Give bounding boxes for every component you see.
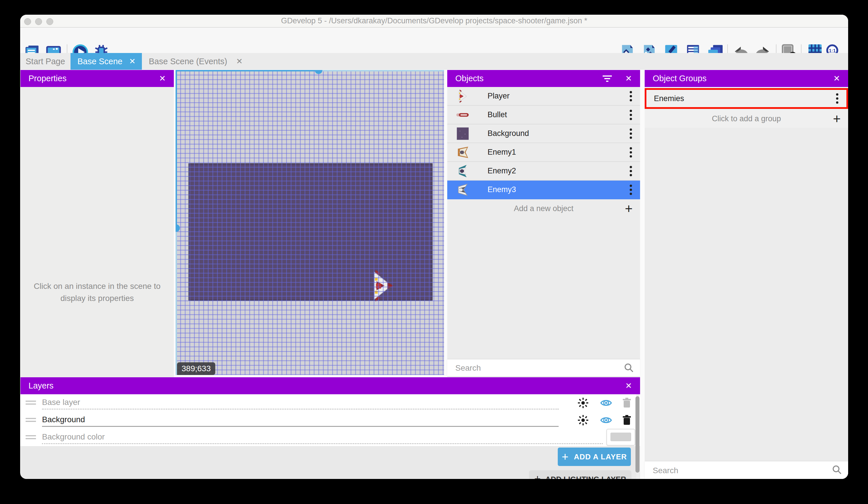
tab-base-scene[interactable]: Base Scene ✕ [71, 53, 142, 70]
object-row-background[interactable]: Background [447, 124, 640, 143]
objects-list: Player Bullet Background [447, 87, 640, 218]
layer-row-background-color[interactable]: Background color [20, 429, 640, 446]
object-groups-search-input[interactable] [645, 461, 816, 479]
vertical-scroll-thumb[interactable] [176, 224, 180, 232]
object-menu-icon[interactable] [630, 147, 632, 158]
objects-search-input[interactable] [447, 360, 610, 377]
tab-base-scene-events[interactable]: Base Scene (Events) ✕ [142, 53, 251, 70]
gdevelop-window: GDevelop 5 - /Users/dkarakay/Documents/G… [20, 15, 848, 479]
close-icon[interactable]: ✕ [626, 381, 632, 391]
add-lighting-layer-button[interactable]: + ADD LIGHTING LAYER [529, 470, 631, 479]
add-new-object-button[interactable]: Add a new object + [447, 199, 640, 218]
tab-base-scene-label: Base Scene [78, 57, 122, 66]
main-toolbar: 1:1 [20, 28, 848, 53]
layer-effects-icon[interactable] [577, 397, 589, 409]
properties-empty-message: Click on an instance in the scene to dis… [26, 280, 168, 304]
tab-close-icon[interactable]: ✕ [129, 57, 136, 66]
close-icon[interactable]: ✕ [159, 74, 166, 83]
background-color-swatch[interactable] [606, 429, 635, 445]
drag-handle-icon[interactable] [25, 435, 36, 440]
layer-delete-icon-disabled [621, 397, 633, 409]
add-group-button[interactable]: Click to add a group + [645, 109, 848, 128]
add-layer-button[interactable]: + ADD A LAYER [558, 447, 631, 466]
object-menu-icon[interactable] [630, 129, 632, 139]
object-row-enemy1[interactable]: Enemy1 [447, 143, 640, 162]
color-swatch-value [610, 433, 631, 441]
object-menu-icon[interactable] [630, 185, 632, 195]
field-underline [42, 443, 603, 444]
layer-row-background[interactable]: Background [20, 412, 640, 429]
tab-start-page-label: Start Page [25, 57, 65, 66]
tab-start-page[interactable]: Start Page [20, 53, 71, 70]
object-groups-panel-title: Object Groups [653, 74, 706, 83]
object-row-bullet[interactable]: Bullet [447, 106, 640, 124]
scene-editor-canvas[interactable]: 389;633 [176, 70, 444, 375]
layers-panel: Layers ✕ Base layer [20, 377, 640, 479]
layer-visibility-icon[interactable] [600, 414, 612, 426]
drag-handle-icon[interactable] [25, 418, 36, 423]
add-lighting-layer-label: ADD LIGHTING LAYER [545, 475, 626, 479]
bullet-object-icon [455, 108, 470, 122]
editor-tab-bar: Start Page Base Scene ✕ Base Scene (Even… [20, 53, 848, 70]
filter-icon[interactable] [602, 74, 613, 83]
layers-scrollbar-thumb[interactable] [636, 396, 640, 473]
layer-effects-icon[interactable] [577, 414, 589, 426]
layer-row-base-layer[interactable]: Base layer [20, 394, 640, 412]
plus-icon: + [562, 451, 569, 463]
tab-base-scene-events-label: Base Scene (Events) [149, 57, 227, 66]
object-label: Enemy3 [487, 185, 516, 194]
enemy1-object-icon [455, 145, 470, 160]
layers-panel-title: Layers [29, 381, 53, 391]
add-layer-label: ADD A LAYER [574, 452, 627, 461]
enemy2-object-icon [455, 164, 470, 178]
background-instance[interactable] [188, 163, 433, 301]
object-label: Player [487, 92, 510, 101]
drag-handle-icon[interactable] [25, 401, 36, 405]
group-menu-icon[interactable] [836, 93, 838, 104]
plus-icon: + [833, 112, 841, 125]
object-row-player[interactable]: Player [447, 87, 640, 106]
objects-panel: Objects ✕ Player [447, 70, 640, 377]
window-title: GDevelop 5 - /Users/dkarakay/Documents/G… [20, 15, 848, 27]
object-label: Background [487, 129, 529, 138]
object-row-enemy2[interactable]: Enemy2 [447, 162, 640, 181]
layer-delete-icon[interactable] [621, 414, 633, 426]
objects-search [447, 360, 640, 376]
search-icon [832, 465, 842, 475]
plus-icon: + [535, 475, 541, 479]
field-underline [42, 409, 559, 410]
layer-name: Background color [42, 432, 105, 442]
close-icon[interactable]: ✕ [834, 74, 840, 83]
layers-list: Base layer [20, 394, 640, 446]
group-label: Enemies [654, 94, 684, 103]
player-object-icon [455, 89, 470, 103]
object-menu-icon[interactable] [630, 91, 632, 101]
layer-visibility-icon[interactable] [600, 397, 612, 409]
tab-close-icon[interactable]: ✕ [236, 57, 242, 66]
properties-panel: Properties ✕ Click on an instance in the… [20, 70, 174, 377]
group-row-enemies-highlighted[interactable]: Enemies [645, 88, 848, 109]
vertical-scroll-fill [176, 70, 177, 228]
object-row-enemy3-selected[interactable]: Enemy3 [447, 181, 640, 199]
layer-name[interactable]: Base layer [42, 398, 80, 407]
layer-name[interactable]: Background [42, 415, 85, 424]
plus-icon: + [625, 202, 633, 215]
horizontal-scroll-thumb[interactable] [315, 70, 322, 74]
field-underline [42, 426, 559, 427]
close-icon[interactable]: ✕ [626, 74, 632, 83]
object-menu-icon[interactable] [630, 166, 632, 176]
object-label: Enemy1 [487, 148, 516, 157]
background-object-icon [455, 127, 470, 141]
horizontal-scroll-fill [176, 70, 319, 71]
object-label: Bullet [487, 110, 507, 119]
title-bar: GDevelop 5 - /Users/dkarakay/Documents/G… [20, 15, 848, 28]
cursor-coordinates-badge: 389;633 [177, 362, 215, 375]
object-groups-panel: Object Groups ✕ Enemies Click to add a g… [645, 70, 848, 479]
player-ship-instance[interactable] [371, 270, 394, 302]
object-menu-icon[interactable] [630, 110, 632, 120]
objects-panel-title: Objects [455, 74, 484, 83]
add-group-label: Click to add a group [645, 114, 848, 123]
add-object-label: Add a new object [447, 204, 640, 213]
enemy3-object-icon [455, 183, 470, 197]
search-icon [624, 363, 634, 373]
